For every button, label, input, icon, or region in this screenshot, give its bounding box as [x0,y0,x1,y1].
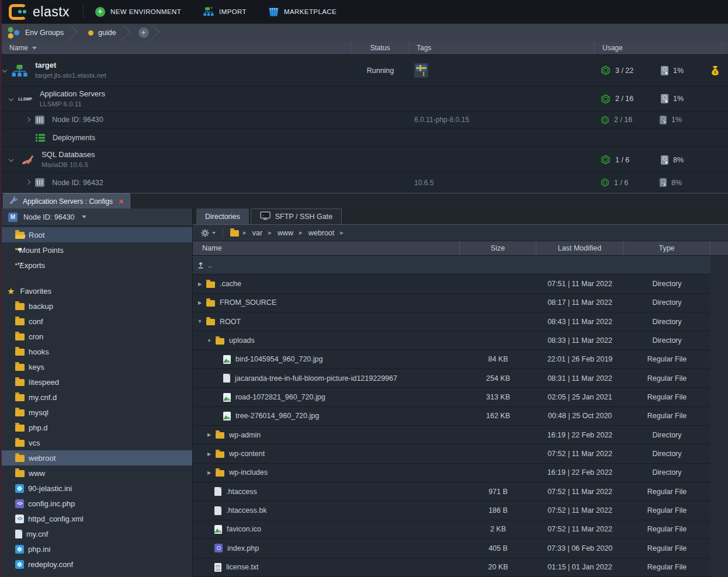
region-tag-icon[interactable]: I [414,63,428,78]
tree-item-mysql[interactable]: mysql [0,405,192,420]
file-row[interactable]: jacaranda-tree-in-full-bloom-picture-id1… [193,369,728,388]
file-row[interactable]: ▶.cache07:51 | 11 Mar 2022Directory [193,274,728,293]
expand-arrow-icon[interactable]: ▶ [206,432,212,437]
file-row[interactable]: ▶FROM_SOURCE08:17 | 11 Mar 2022Directory [193,294,728,312]
path-arrow-icon: ▶ [243,230,247,235]
close-icon[interactable]: × [119,198,124,205]
tree-item-webroot[interactable]: webroot [0,450,192,465]
topbar-button-new-environment[interactable]: +NEW ENVIRONMENT [95,7,181,17]
expand-chevron-icon[interactable] [26,180,31,185]
column-header-usage[interactable]: Usage [595,41,722,54]
env-row[interactable]: SQL DatabasesMariaDB 10.6.51 / 68% [0,147,728,173]
tree-item-90-jelastic-ini[interactable]: 90-jelastic.ini [0,481,192,496]
file-row[interactable]: road-1072821_960_720.jpg313 KB02:05 | 25… [193,388,728,406]
tree-item-conf[interactable]: conf [0,314,192,329]
billing-icon[interactable]: $ [710,65,720,76]
column-header-tags[interactable]: Tags [410,41,595,54]
tree-item-root[interactable]: Root [0,227,192,242]
tree-item-favorites[interactable]: ★Favorites [0,283,192,298]
file-row[interactable]: .. [193,256,728,274]
path-segment-var[interactable]: var [252,229,262,237]
column-header-status[interactable]: Status [351,41,410,54]
file-row[interactable]: index.php405 B07:33 | 06 Feb 2020Regular… [193,539,728,558]
column-label: Tags [417,44,431,52]
mount-overlay-icon [18,248,22,251]
file-modified: 16:19 | 22 Feb 2022 [536,431,623,439]
path-root-folder-icon[interactable] [230,230,239,237]
column-header-name[interactable]: Name [0,41,351,54]
tree-item-config-inc-php[interactable]: <>config.inc.php [0,496,192,511]
tree-item-mount-points[interactable]: Mount Points [0,242,192,258]
tree-item-vcs[interactable]: vcs [0,435,192,450]
gear-icon[interactable] [201,229,209,237]
env-row[interactable]: Deployments [0,128,728,147]
expand-chevron-icon[interactable] [9,96,14,102]
breadcrumb-item-guide[interactable]: guide [81,29,120,37]
file-row[interactable]: ▼ROOT08:43 | 11 Mar 2022Directory [193,312,728,331]
tree-item-backup[interactable]: backup [0,298,192,314]
expand-arrow-icon[interactable]: ▼ [206,338,212,343]
breadcrumb-separator-icon [149,24,163,42]
tree-item-my-cnf[interactable]: my.cnf [0,526,192,541]
tab-sftp-ssh-gate[interactable]: >_ SFTP / SSH Gate [251,208,342,224]
tree-item-www[interactable]: www [0,465,192,481]
env-row[interactable]: Node ID: 964306.0.11-php-8.0.152 / 161% [0,112,728,128]
tab-application-servers-configs[interactable]: Application Servers : Configs × [3,193,130,208]
cloudlets-hexagon-icon [601,155,611,165]
expand-chevron-icon[interactable] [26,117,31,123]
expand-chevron-icon[interactable] [9,157,14,162]
column-label: Size [491,244,505,252]
env-row[interactable]: Node ID: 9643210.6.51 / 68% [0,173,728,193]
breadcrumb: Env Groupsguide+ [0,23,728,41]
expand-arrow-icon[interactable]: ▶ [197,281,203,287]
file-row[interactable]: bird-1045954_960_720.jpg84 KB22:01 | 26 … [193,350,728,369]
tree-item-httpd-config-xml[interactable]: <>httpd_config.xml [0,511,192,526]
file-row[interactable]: ▶wp-includes16:19 | 22 Feb 2022Directory [193,464,728,482]
env-row[interactable]: LLSMPApplication ServersLLSMP 6.0.112 / … [0,86,728,112]
tree-item-label: cron [29,332,43,341]
node-selector[interactable]: M Node ID: 96430 [0,208,192,226]
brand-logo[interactable]: elastx [0,4,78,20]
expand-chevron-icon[interactable] [2,68,8,73]
column-header-type[interactable]: Type [623,241,710,255]
file-row[interactable]: ▶wp-admin16:19 | 22 Feb 2022Directory [193,426,728,444]
breadcrumb-item-env-groups[interactable]: Env Groups [0,26,67,40]
topbar-button-label: MARKETPLACE [284,8,337,15]
folder-icon [15,379,25,386]
tree-item-php-ini[interactable]: php.ini [0,541,192,557]
path-segment-webroot[interactable]: webroot [308,229,334,237]
expand-arrow-icon[interactable]: ▶ [197,300,203,305]
column-header-last-modified[interactable]: Last Modified [536,241,623,255]
file-modified: 08:33 | 11 Mar 2022 [536,336,623,345]
tree-item-keys[interactable]: keys [0,359,192,374]
file-row[interactable]: .htaccess.bk186 B07:52 | 11 Mar 2022Regu… [193,501,728,520]
topbar-button-marketplace[interactable]: MARKETPLACE [269,8,337,16]
file-row[interactable]: .htaccess971 B07:52 | 11 Mar 2022Regular… [193,482,728,501]
expand-arrow-icon[interactable]: ▶ [206,451,212,457]
tree-item-label: Root [29,231,44,239]
env-row[interactable]: targettarget.jls-sto1.elastx.netRunningI… [0,55,728,86]
file-modified: 22:01 | 26 Feb 2019 [536,355,623,363]
file-row[interactable]: ▼uploads08:33 | 11 Mar 2022Directory [193,331,728,350]
tab-directories[interactable]: Directories [196,208,249,224]
file-row[interactable]: license.txt20 KB01:15 | 01 Jan 2022Regul… [193,558,728,577]
tree-item-litespeed[interactable]: litespeed [0,374,192,390]
tree-item-php-d[interactable]: php.d [0,420,192,435]
tree-item-redeploy-conf[interactable]: redeploy.conf [0,557,192,572]
file-row[interactable]: favicon.ico2 KB07:52 | 11 Mar 2022Regula… [193,520,728,539]
tree-item-my-cnf-d[interactable]: my.cnf.d [0,390,192,405]
add-environment-button[interactable]: + [138,27,149,38]
tree-item-hooks[interactable]: hooks [0,344,192,359]
chevron-down-icon[interactable] [212,232,216,234]
column-header-size[interactable]: Size [460,241,536,255]
column-header-name[interactable]: Name [193,241,460,255]
tree-item-exports[interactable]: Exports [0,258,192,273]
expand-arrow-icon[interactable]: ▼ [197,319,203,324]
tree-item-cron[interactable]: cron [0,329,192,344]
topbar-button-import[interactable]: IMPORT [203,7,247,16]
path-segment-www[interactable]: www [278,229,293,237]
file-row[interactable]: tree-276014_960_720.jpg162 KB00:48 | 25 … [193,407,728,426]
file-row[interactable]: ▶wp-content07:52 | 11 Mar 2022Directory [193,444,728,463]
file-name: .htaccess [226,488,257,496]
expand-arrow-icon[interactable]: ▶ [206,470,212,475]
